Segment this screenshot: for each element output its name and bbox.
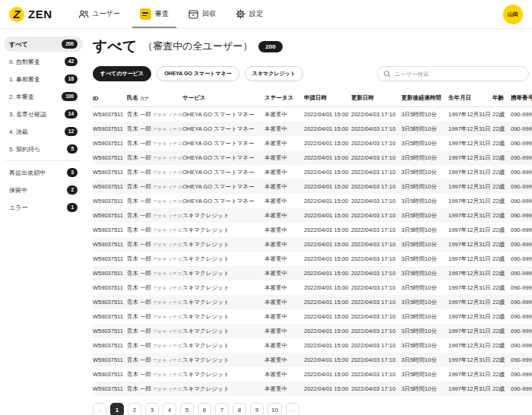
sidebar-item-label: エラー xyxy=(9,204,27,212)
page-button-1[interactable]: 1 xyxy=(110,403,124,415)
cell-applied: 2022/04/01 15:00 xyxy=(304,111,351,118)
table-row[interactable]: W59037511青木 一郎アオキ イチロウスキマクレジット本審査中2022/0… xyxy=(93,266,532,280)
filter-chip-sukima-credit[interactable]: スキマクレジット xyxy=(245,66,303,81)
table-row[interactable]: W59037511青木 一郎アオキ イチロウスキマクレジット本審査中2022/0… xyxy=(93,208,532,223)
cell-birth: 1997年12月31日 xyxy=(448,255,492,263)
table-row[interactable]: W59037511青木 一郎アオキ イチロウスキマクレジット本審査中2022/0… xyxy=(93,382,532,396)
filter-chip-all-services[interactable]: すべてのサービス xyxy=(93,66,151,81)
sidebar-item[interactable]: 2. 本審査100 xyxy=(4,89,83,104)
tab-review[interactable]: 審査 xyxy=(140,0,169,28)
page-button-2[interactable]: 2 xyxy=(128,403,141,415)
table-row[interactable]: W59037511青木 一郎アオキ イチロウスキマクレジット本審査中2022/0… xyxy=(93,353,532,367)
review-icon xyxy=(140,8,151,20)
table-body: W59037511青木 一郎アオキ イチロウOHEYA GO スマートマネー本審… xyxy=(93,107,532,396)
cell-birth: 1997年12月31日 xyxy=(448,125,492,133)
table-row[interactable]: W59037511青木 一郎アオキ イチロウOHEYA GO スマートマネー本審… xyxy=(93,194,532,208)
cell-phone: 090-9999-9999 xyxy=(511,140,532,147)
cell-phone: 090-9999-9999 xyxy=(511,385,532,392)
cell-elapsed: 3日5時間10分 xyxy=(401,270,448,277)
zen-logo[interactable]: Z ZEN xyxy=(9,7,52,22)
table-row[interactable]: W59037511青木 一郎アオキ イチロウスキマクレジット本審査中2022/0… xyxy=(93,324,532,338)
cell-updated: 2022/04/03 17:10 xyxy=(351,313,401,320)
cell-service: OHEYA GO スマートマネー xyxy=(182,169,264,176)
cell-applied: 2022/04/01 15:00 xyxy=(304,169,351,176)
filter-chip-oheya-go[interactable]: OHEYA GO スマートマネー xyxy=(157,66,239,81)
cell-applied: 2022/04/01 15:00 xyxy=(304,140,351,147)
table-row[interactable]: W59037511青木 一郎アオキ イチロウOHEYA GO スマートマネー本審… xyxy=(93,122,532,136)
cell-name: 青木 一郎アオキ イチロウ xyxy=(127,169,182,176)
table-row[interactable]: W59037511青木 一郎アオキ イチロウスキマクレジット本審査中2022/0… xyxy=(93,338,532,353)
table-header-row: ID 氏名カナ サービス ステータス 申請日時 更新日時 更新後経過時間 生年月… xyxy=(93,90,532,107)
gear-icon xyxy=(236,9,245,19)
table-row[interactable]: W59037511青木 一郎アオキ イチロウスキマクレジット本審査中2022/0… xyxy=(93,280,532,295)
cell-phone: 090-9999-9999 xyxy=(511,342,532,349)
cell-name: 青木 一郎アオキ イチロウ xyxy=(127,125,182,133)
cell-service: OHEYA GO スマートマネー xyxy=(182,111,264,119)
cell-phone: 090-9999-9999 xyxy=(511,169,532,176)
cell-kana: アオキ イチロウ xyxy=(153,358,182,363)
cell-elapsed: 3日5時間10分 xyxy=(401,371,448,379)
sidebar-item[interactable]: 4. 決裁12 xyxy=(4,124,83,139)
cell-applied: 2022/04/01 15:00 xyxy=(304,241,351,248)
tab-users[interactable]: ユーザー xyxy=(78,0,120,28)
cell-updated: 2022/04/03 17:10 xyxy=(351,371,401,378)
sidebar-item[interactable]: 0. 自動審査42 xyxy=(4,54,83,69)
user-search[interactable] xyxy=(377,66,529,81)
table-row[interactable]: W59037511青木 一郎アオキ イチロウOHEYA GO スマートマネー本審… xyxy=(93,150,532,165)
page-button-9[interactable]: 9 xyxy=(250,403,264,415)
sidebar-item[interactable]: 1. 事前審査18 xyxy=(4,71,83,87)
prev-page-button[interactable]: ← xyxy=(93,403,106,415)
cell-service: OHEYA GO スマートマネー xyxy=(182,125,264,133)
cell-service: スキマクレジット xyxy=(182,270,264,277)
cell-age: 22歳 xyxy=(492,154,511,162)
collection-box-icon xyxy=(188,9,198,19)
page-button-6[interactable]: 6 xyxy=(198,403,211,415)
page-button-5[interactable]: 5 xyxy=(180,403,194,415)
page-button-4[interactable]: 4 xyxy=(163,403,176,415)
cell-id: W59037511 xyxy=(93,299,127,306)
sidebar-item[interactable]: 再提出依頼中3 xyxy=(4,165,83,180)
tab-settings[interactable]: 設定 xyxy=(236,0,263,28)
sidebar-item-label: 1. 事前審査 xyxy=(9,75,40,84)
table-row[interactable]: W59037511青木 一郎アオキ イチロウOHEYA GO スマートマネー本審… xyxy=(93,107,532,122)
table-row[interactable]: W59037511青木 一郎アオキ イチロウスキマクレジット本審査中2022/0… xyxy=(93,223,532,237)
search-input[interactable] xyxy=(394,71,522,78)
cell-updated: 2022/04/03 17:10 xyxy=(351,198,401,204)
table-row[interactable]: W59037511青木 一郎アオキ イチロウスキマクレジット本審査中2022/0… xyxy=(93,367,532,382)
table-row[interactable]: W59037511青木 一郎アオキ イチロウOHEYA GO スマートマネー本審… xyxy=(93,165,532,179)
sidebar-item[interactable]: 5. 契約待ち5 xyxy=(4,141,83,157)
cell-id: W59037511 xyxy=(93,241,127,248)
page-button-10[interactable]: 10 xyxy=(268,403,282,415)
table-row[interactable]: W59037511青木 一郎アオキ イチロウスキマクレジット本審査中2022/0… xyxy=(93,252,532,266)
user-avatar[interactable]: 山田 xyxy=(503,5,523,24)
sidebar-item-label: 保留中 xyxy=(9,186,27,195)
cell-id: W59037511 xyxy=(93,342,127,349)
cell-elapsed: 3日5時間10分 xyxy=(401,212,448,220)
page-button-7[interactable]: 7 xyxy=(215,403,229,415)
cell-birth: 1997年12月31日 xyxy=(448,241,492,249)
zen-logo-icon: Z xyxy=(9,7,24,22)
table-row[interactable]: W59037511青木 一郎アオキ イチロウスキマクレジット本審査中2022/0… xyxy=(93,237,532,252)
table-row[interactable]: W59037511青木 一郎アオキ イチロウスキマクレジット本審査中2022/0… xyxy=(93,309,532,324)
sidebar-item[interactable]: すべて200 xyxy=(4,36,83,52)
cell-phone: 090-9999-9999 xyxy=(511,255,532,262)
table-row[interactable]: W59037511青木 一郎アオキ イチロウスキマクレジット本審査中2022/0… xyxy=(93,295,532,309)
sidebar-item[interactable]: 3. 名寄せ確認14 xyxy=(4,106,83,122)
cell-birth: 1997年12月31日 xyxy=(448,385,492,393)
sidebar-count-badge: 3 xyxy=(67,168,78,176)
cell-kana: アオキ イチロウ xyxy=(153,141,182,146)
table-row[interactable]: W59037511青木 一郎アオキ イチロウOHEYA GO スマートマネー本審… xyxy=(93,136,532,150)
cell-updated: 2022/04/03 17:10 xyxy=(351,212,401,219)
sidebar-item[interactable]: 保留中2 xyxy=(4,182,83,198)
sidebar-count-badge: 2 xyxy=(67,185,78,194)
page-button-8[interactable]: 8 xyxy=(233,403,246,415)
sidebar-count-badge: 1 xyxy=(67,203,78,211)
next-page-button[interactable]: → xyxy=(286,403,299,415)
tab-collection[interactable]: 回収 xyxy=(188,0,216,28)
sidebar-count-badge: 18 xyxy=(65,74,78,83)
cell-phone: 090-9999-9999 xyxy=(511,198,532,204)
table-row[interactable]: W59037511青木 一郎アオキ イチロウOHEYA GO スマートマネー本審… xyxy=(93,179,532,194)
page-button-3[interactable]: 3 xyxy=(145,403,159,415)
sidebar-item[interactable]: エラー1 xyxy=(4,200,83,215)
cell-updated: 2022/04/03 17:10 xyxy=(351,241,401,248)
